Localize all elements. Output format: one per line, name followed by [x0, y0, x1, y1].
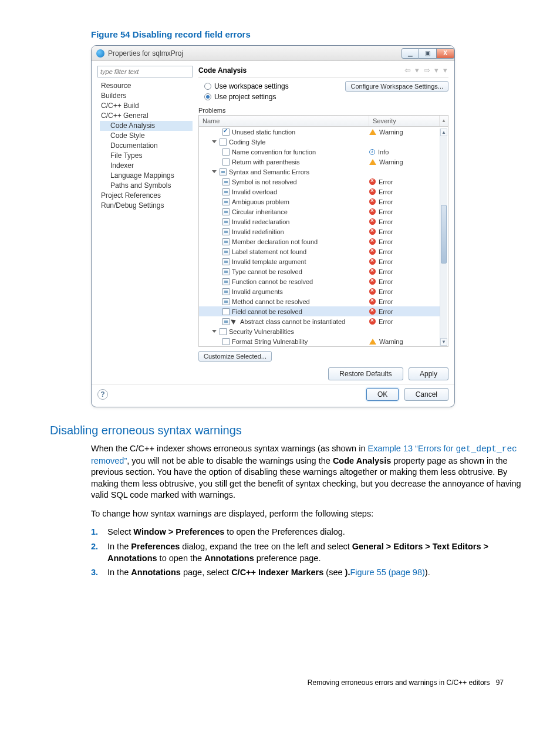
error-icon [369, 238, 376, 245]
checkbox[interactable] [222, 288, 230, 295]
table-row[interactable]: Invalid template argumentError [199, 256, 440, 266]
checkbox[interactable] [222, 308, 230, 315]
tree-item[interactable]: Documentation [100, 141, 193, 151]
error-icon [369, 248, 376, 255]
expander-icon[interactable] [212, 140, 217, 143]
error-icon [369, 298, 376, 305]
severity-label: Error [379, 268, 393, 275]
table-row[interactable]: Return with parenthesisWarning [199, 157, 440, 167]
tree-item[interactable]: Code Style [100, 131, 193, 141]
tree-item[interactable]: C/C++ Build [100, 101, 193, 111]
table-row[interactable]: Label statement not foundError [199, 247, 440, 256]
tree-item[interactable]: C/C++ General [100, 111, 193, 121]
use-project-settings-radio[interactable]: Use project settings [204, 92, 289, 102]
table-row[interactable]: Coding Style [199, 137, 440, 147]
checkbox[interactable] [222, 188, 230, 195]
checkbox[interactable] [222, 258, 230, 265]
column-severity[interactable]: Severity [369, 116, 440, 126]
table-row[interactable]: Invalid redeclarationError [199, 217, 440, 227]
column-slim[interactable]: ▲ [440, 116, 448, 126]
checkbox[interactable] [222, 318, 230, 325]
table-row[interactable]: Type cannot be resolvedError [199, 266, 440, 276]
table-row[interactable]: Function cannot be resolvedError [199, 276, 440, 286]
restore-defaults-button[interactable]: Restore Defaults [328, 367, 403, 380]
table-row[interactable]: Ambiguous problemError [199, 197, 440, 207]
scroll-down-icon[interactable]: ▼ [440, 338, 447, 346]
table-row[interactable]: Abstract class cannot be instantiatedErr… [199, 316, 440, 326]
table-row[interactable]: Method cannot be resolvedError [199, 296, 440, 306]
filter-input[interactable] [97, 66, 193, 77]
tree-item[interactable]: Project References [100, 191, 193, 201]
table-row[interactable]: Invalid argumentsError [199, 286, 440, 296]
row-label: Field cannot be resolved [232, 308, 302, 315]
error-icon [369, 258, 376, 265]
help-icon[interactable]: ? [97, 389, 108, 400]
checkbox[interactable] [222, 298, 230, 305]
figure-link[interactable]: Figure 55 (page 98) [350, 568, 424, 577]
scroll-up-icon[interactable]: ▲ [440, 129, 447, 136]
checkbox[interactable] [222, 218, 230, 225]
tree-item[interactable]: Language Mappings [100, 171, 193, 181]
checkbox[interactable] [222, 148, 230, 156]
customize-selected-button[interactable]: Customize Selected... [198, 351, 272, 362]
checkbox[interactable] [220, 139, 227, 146]
tree-item[interactable]: Indexer [100, 161, 193, 171]
checkbox[interactable] [222, 338, 230, 345]
tree-item[interactable]: Run/Debug Settings [100, 201, 193, 211]
minimize-button[interactable]: ▁ [402, 48, 419, 59]
titlebar: Properties for sqlmxProj ▁ ▣ X [92, 46, 454, 61]
panel-title: Code Analysis [198, 66, 247, 75]
checkbox[interactable] [222, 248, 230, 255]
checkbox[interactable] [222, 208, 230, 215]
apply-button[interactable]: Apply [409, 367, 448, 380]
table-row[interactable]: Invalid overloadError [199, 187, 440, 197]
table-row[interactable]: Member declaration not foundError [199, 237, 440, 247]
tree-item[interactable]: Code Analysis [100, 121, 193, 131]
checkbox[interactable] [222, 278, 230, 285]
row-label: Unused static function [232, 129, 295, 136]
nav-tree[interactable]: ResourceBuildersC/C++ BuildC/C++ General… [97, 77, 193, 211]
checkbox[interactable] [222, 228, 230, 235]
checkbox[interactable] [222, 178, 230, 185]
expander-icon[interactable] [212, 170, 217, 173]
table-row[interactable]: Format String VulnerabilityWarning [199, 336, 440, 346]
ok-button[interactable]: OK [366, 388, 399, 401]
scrollbar[interactable]: ▲ ▼ [440, 129, 447, 346]
table-row[interactable]: Field cannot be resolvedError [199, 306, 440, 316]
error-icon [369, 188, 376, 195]
severity-label: Error [379, 218, 393, 225]
column-name[interactable]: Name [199, 116, 369, 126]
checkbox[interactable] [222, 158, 230, 166]
severity-label: Warning [379, 338, 403, 345]
tree-item[interactable]: File Types [100, 151, 193, 161]
table-row[interactable]: Invalid redefinitionError [199, 227, 440, 237]
table-row[interactable]: Security Vulnerabilities [199, 326, 440, 336]
tree-item[interactable]: Paths and Symbols [100, 181, 193, 191]
table-row[interactable]: Unused static functionWarning [199, 127, 440, 137]
severity-label: Error [379, 318, 393, 325]
checkbox[interactable] [220, 168, 227, 175]
step-item: 3.In the Annotations page, select C/C++ … [91, 567, 525, 579]
checkbox[interactable] [222, 198, 230, 205]
maximize-button[interactable]: ▣ [419, 48, 437, 59]
info-icon [369, 149, 375, 155]
error-icon [369, 228, 376, 235]
table-row[interactable]: Name convention for functionInfo [199, 147, 440, 157]
scroll-thumb[interactable] [441, 205, 447, 264]
expander-icon[interactable] [212, 330, 217, 333]
use-workspace-settings-radio[interactable]: Use workspace settings [204, 81, 289, 92]
tree-item[interactable]: Builders [100, 91, 193, 101]
configure-workspace-settings-link[interactable]: Configure Workspace Settings... [345, 81, 448, 92]
checkbox[interactable] [222, 268, 230, 275]
table-row[interactable]: Syntax and Semantic Errors [199, 167, 440, 177]
close-button[interactable]: X [437, 48, 454, 59]
tree-item[interactable]: Resource [100, 81, 193, 91]
error-icon [369, 208, 376, 215]
table-row[interactable]: Symbol is not resolvedError [199, 177, 440, 187]
panel-nav-arrows[interactable]: ⇦ ▾ ⇨ ▾ ▾ [404, 66, 448, 75]
checkbox[interactable] [220, 328, 227, 335]
checkbox[interactable] [222, 238, 230, 245]
checkbox[interactable] [222, 129, 230, 136]
table-row[interactable]: Circular inheritanceError [199, 207, 440, 217]
cancel-button[interactable]: Cancel [404, 388, 448, 401]
